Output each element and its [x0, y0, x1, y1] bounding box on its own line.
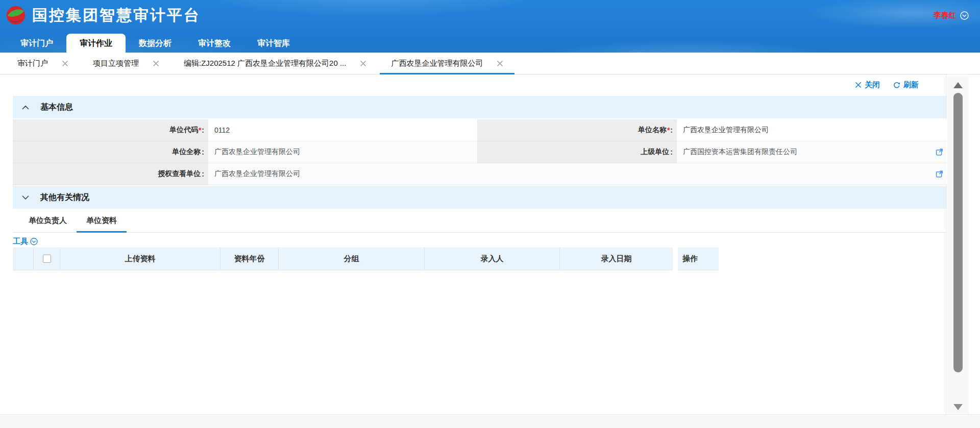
app-header: 国控集团智慧审计平台 李春红 审计门户 审计作业 数据分析 审计整改 审计智库 [0, 0, 980, 53]
chevron-down-circle-icon [30, 238, 38, 245]
nav-item-audit-work[interactable]: 审计作业 [66, 34, 126, 53]
company-logo-icon [6, 6, 26, 25]
column-header-entry-date: 录入日期 [560, 247, 673, 270]
column-header-entered-by: 录入人 [425, 247, 560, 270]
external-link-icon[interactable] [936, 170, 943, 178]
column-header-upload: 上传资料 [60, 247, 220, 270]
field-value-authorized-units: 广西农垦企业管理有限公司 [208, 163, 947, 185]
field-value-unit-name [677, 119, 947, 141]
tab-unit-managers[interactable]: 单位负责人 [19, 209, 77, 232]
documents-table-header: 上传资料 资料年份 分组 录入人 录入日期 操作 [13, 247, 947, 270]
user-menu[interactable]: 李春红 [934, 11, 969, 20]
table-row-index-header [13, 247, 34, 270]
tab-close-icon[interactable] [497, 60, 503, 67]
nav-item-audit-knowledge[interactable]: 审计智库 [244, 34, 303, 53]
main-nav: 审计门户 审计作业 数据分析 审计整改 审计智库 [0, 31, 980, 53]
column-divider [673, 247, 678, 270]
page-toolbar: 关闭 刷新 [13, 74, 947, 93]
app-window: 国控集团智慧审计平台 李春红 审计门户 审计作业 数据分析 审计整改 审计智库 … [0, 0, 980, 428]
chevron-up-icon [22, 105, 29, 110]
close-page-button[interactable]: 关闭 [855, 80, 880, 90]
unit-name-input[interactable] [677, 119, 947, 141]
nav-item-audit-portal[interactable]: 审计门户 [7, 34, 66, 53]
main-content: 关闭 刷新 基本信息 单位代码*: [0, 74, 980, 414]
field-value-unit-code [208, 119, 477, 141]
column-header-year: 资料年份 [220, 247, 279, 270]
tab-close-icon[interactable] [360, 60, 366, 67]
page-tab-edit-project[interactable]: 编辑:ZJ202512 广西农垦企业管理有限公司20 ... [172, 53, 379, 74]
triangle-down-icon[interactable] [953, 404, 963, 410]
section-basic-info-header[interactable]: 基本信息 [13, 96, 947, 118]
page-tab-unit-detail[interactable]: 广西农垦企业管理有限公司 [379, 53, 516, 74]
field-label-unit-full-name: 单位全称: [13, 141, 208, 163]
chevron-down-icon [22, 195, 29, 200]
chevron-down-circle-icon [960, 11, 969, 20]
page-title: 国控集团智慧审计平台 [32, 5, 201, 26]
x-icon [855, 82, 862, 88]
section-other-info-header[interactable]: 其他有关情况 [13, 186, 947, 209]
bottom-strip [0, 414, 980, 428]
field-value-unit-full-name: 广西农垦企业管理有限公司 [208, 141, 477, 163]
scrollbar-thumb[interactable] [953, 93, 963, 372]
section-title: 基本信息 [40, 102, 73, 113]
tab-close-icon[interactable] [153, 60, 159, 67]
select-all-cell [34, 247, 60, 270]
page-tab-audit-portal[interactable]: 审计门户 [5, 53, 81, 74]
column-header-actions: 操作 [678, 247, 719, 270]
section-title: 其他有关情况 [40, 192, 89, 203]
field-label-unit-name: 单位名称*: [477, 119, 677, 141]
page-tab-bar: 审计门户 项目立项管理 编辑:ZJ202512 广西农垦企业管理有限公司20 .… [0, 53, 980, 74]
user-name: 李春红 [934, 11, 957, 20]
column-header-group: 分组 [279, 247, 425, 270]
tab-close-icon[interactable] [62, 60, 68, 67]
page-tab-project-approval[interactable]: 项目立项管理 [81, 53, 172, 74]
nav-item-audit-rectification[interactable]: 审计整改 [185, 34, 244, 53]
vertical-scrollbar[interactable] [947, 77, 969, 414]
field-value-parent-unit: 广西国控资本运营集团有限责任公司 [677, 141, 947, 163]
unit-code-input[interactable] [208, 119, 477, 141]
tools-dropdown[interactable]: 工具 [13, 235, 38, 247]
select-all-checkbox[interactable] [43, 255, 51, 263]
title-bar: 国控集团智慧审计平台 李春红 [0, 0, 980, 31]
field-label-unit-code: 单位代码*: [13, 119, 208, 141]
refresh-page-button[interactable]: 刷新 [893, 80, 919, 90]
external-link-icon[interactable] [936, 148, 943, 156]
field-label-parent-unit: 上级单位: [477, 141, 677, 163]
field-label-authorized-units: 授权查看单位: [13, 163, 208, 185]
other-info-tabs: 单位负责人 单位资料 [13, 209, 947, 233]
triangle-up-icon[interactable] [953, 82, 963, 88]
refresh-icon [893, 82, 900, 89]
tab-unit-documents[interactable]: 单位资料 [77, 209, 127, 232]
nav-item-data-analysis[interactable]: 数据分析 [126, 34, 185, 53]
basic-info-form: 单位代码*: 单位名称*: 单位全称: 广西农垦企业管理有限公司 上级单位: [13, 119, 947, 185]
